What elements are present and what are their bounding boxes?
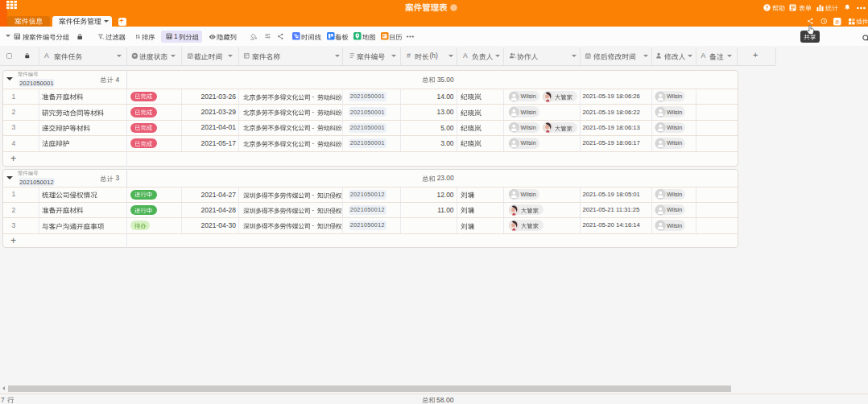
- svg-text:?: ?: [766, 4, 769, 10]
- svg-text:@: @: [835, 19, 839, 23]
- svg-text:s: s: [102, 37, 104, 40]
